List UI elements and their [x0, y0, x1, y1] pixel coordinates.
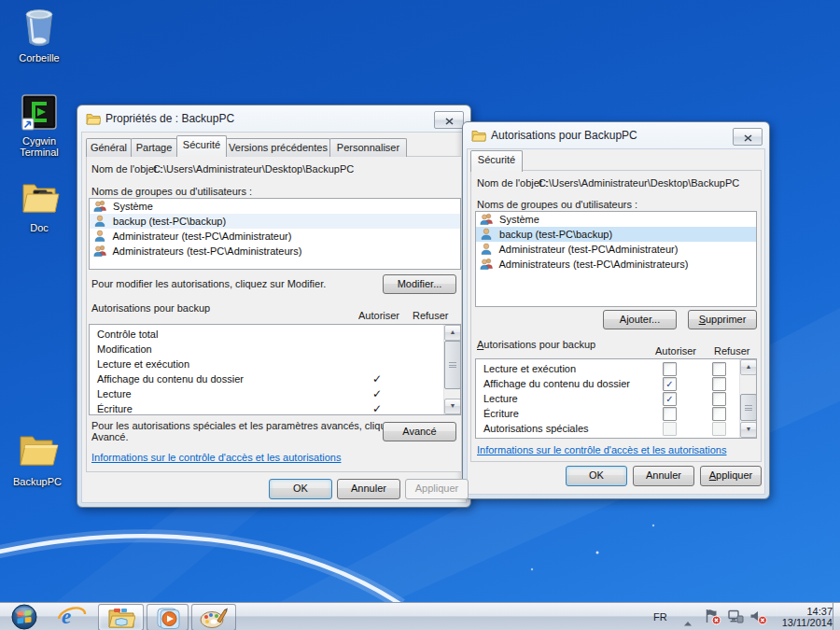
group-icon [93, 245, 106, 260]
scroll-down-icon[interactable]: ▼ [740, 422, 757, 438]
folder-explorer-icon [107, 607, 135, 629]
list-item-backup[interactable]: backup (test-PC\backup) [476, 227, 756, 242]
groups-users-list[interactable]: Système backup (test-PC\backup) Administ… [89, 198, 461, 270]
action-center-button[interactable] [704, 609, 721, 629]
tab-partage[interactable]: Partage [131, 138, 177, 157]
access-control-info-link[interactable]: Informations sur le contrôle d'accès et … [91, 452, 341, 463]
permission-row: Autorisations spéciales [476, 421, 739, 436]
scrollbar[interactable]: ▲ ▼ [443, 325, 460, 414]
desktop-icon-cygwin-terminal[interactable]: Cygwin Terminal [6, 91, 73, 160]
desktop-icon-doc[interactable]: Doc [6, 175, 73, 235]
list-item-administrateur[interactable]: Administrateur (test-PC\Administrateur) [90, 229, 460, 244]
groups-users-label: Noms de groupes ou d'utilisateurs : [91, 186, 252, 197]
deny-checkbox[interactable] [712, 377, 726, 391]
permission-row: Écriture✓ [90, 401, 443, 415]
allow-checkbox[interactable] [663, 362, 677, 376]
desktop-icon-corbeille[interactable]: Corbeille [6, 6, 73, 65]
permissions-client-area: Sécurité Nom de l'objet : C:\Users\Admin… [467, 148, 765, 495]
tab-versions-precedentes[interactable]: Versions précédentes [226, 138, 330, 157]
deny-checkbox[interactable] [712, 362, 726, 376]
deny-checkbox[interactable] [712, 392, 726, 406]
cygwin-terminal-icon [6, 91, 73, 134]
apply-button[interactable]: Appliquer [700, 466, 762, 486]
allow-checkbox[interactable] [663, 422, 677, 436]
ok-button[interactable]: OK [566, 466, 627, 486]
allow-checkbox[interactable]: ✓ [663, 377, 677, 391]
list-item-administrateurs[interactable]: Administrateurs (test-PC\Administrateurs… [476, 257, 756, 272]
tab-securite[interactable]: Sécurité [470, 150, 523, 172]
tray-date: 13/11/2014 [782, 617, 833, 628]
show-hidden-icons-button[interactable] [682, 614, 693, 630]
volume-muted-icon [749, 609, 768, 625]
permissions-window: Autorisations pour BackupPC Sécurité Nom… [462, 121, 770, 499]
chevron-up-icon [682, 620, 693, 627]
permissions-titlebar[interactable]: Autorisations pour BackupPC [463, 122, 769, 148]
permission-row: Affichage du contenu du dossier ✓ [476, 376, 739, 391]
permissions-for-label: Autorisations pour backup [91, 302, 210, 314]
scroll-down-icon[interactable]: ▼ [444, 399, 461, 414]
list-item-systeme[interactable]: Système [90, 199, 460, 214]
close-button[interactable] [733, 128, 763, 146]
object-path: C:\Users\Administrateur\Desktop\BackupPC [539, 177, 739, 189]
tab-securite[interactable]: Sécurité [176, 135, 227, 157]
modify-button[interactable]: Modifier... [383, 274, 456, 294]
close-icon [445, 118, 454, 125]
desktop-icon-label: Doc [30, 222, 49, 233]
close-button[interactable] [434, 111, 464, 129]
properties-client-area: Général Partage Sécurité Versions précéd… [81, 132, 467, 503]
allow-check: ✓ [372, 371, 382, 386]
explorer-taskbar-button[interactable] [98, 604, 144, 630]
scroll-up-icon[interactable]: ▲ [444, 325, 461, 341]
deny-checkbox[interactable] [712, 422, 726, 436]
deny-column-header: Refuser [714, 345, 750, 357]
cancel-button[interactable]: Annuler [337, 479, 400, 499]
language-indicator[interactable]: FR [653, 611, 667, 623]
remove-button[interactable]: Supprimer [688, 310, 757, 329]
tray-time: 14:37 [806, 606, 833, 617]
desktop-icon-backuppc[interactable]: BackupPC [4, 429, 71, 489]
paint-icon [199, 606, 229, 630]
deny-checkbox[interactable] [712, 407, 726, 421]
scroll-up-icon[interactable]: ▲ [740, 359, 757, 375]
permission-row: Affichage du contenu du dossier✓ [90, 371, 443, 386]
volume-button[interactable] [749, 609, 768, 629]
list-item-administrateur[interactable]: Administrateur (test-PC\Administrateur) [476, 242, 756, 257]
list-item-backup[interactable]: backup (test-PC\backup) [90, 214, 460, 229]
internet-explorer-button[interactable]: e [54, 604, 90, 630]
scrollbar-thumb[interactable] [444, 341, 461, 389]
show-desktop-button[interactable] [833, 603, 840, 630]
groups-users-list[interactable]: Système backup (test-PC\backup) Administ… [475, 211, 757, 307]
list-item-administrateurs[interactable]: Administrateurs (test-PC\Administrateurs… [90, 244, 460, 259]
tab-general[interactable]: Général [86, 138, 132, 157]
recycle-bin-icon [6, 6, 73, 49]
permissions-list[interactable]: Contrôle total Modification Lecture et e… [89, 324, 461, 415]
allow-checkbox[interactable] [663, 407, 677, 421]
scrollbar[interactable]: ▲ ▼ [739, 359, 756, 438]
apply-button[interactable]: Appliquer [405, 479, 469, 499]
media-player-icon [155, 607, 181, 629]
add-button[interactable]: Ajouter... [603, 310, 677, 329]
allow-checkbox[interactable]: ✓ [663, 392, 677, 406]
access-control-info-link[interactable]: Informations sur le contrôle d'accès et … [477, 444, 726, 455]
media-player-taskbar-button[interactable] [147, 604, 189, 630]
cancel-button[interactable]: Annuler [633, 466, 694, 486]
advanced-button[interactable]: Avancé [383, 422, 456, 441]
advanced-hint-line2: Avancé. [91, 431, 129, 442]
allow-check: ✓ [372, 386, 382, 401]
paint-taskbar-button[interactable] [191, 604, 236, 630]
close-icon [744, 134, 752, 142]
properties-titlebar[interactable]: Propriétés de : BackupPC [77, 105, 470, 132]
start-button[interactable] [7, 604, 42, 630]
permissions-checklist[interactable]: Lecture et exécution Affichage du conten… [475, 358, 757, 439]
modify-hint: Pour modifier les autorisations, cliquez… [91, 278, 326, 289]
tab-personnaliser[interactable]: Personnaliser [329, 138, 407, 157]
desktop-icon-label: Corbeille [19, 52, 59, 63]
network-button[interactable] [727, 609, 744, 628]
ok-button[interactable]: OK [269, 479, 332, 499]
permission-row: Lecture et exécution [476, 361, 739, 376]
list-item-systeme[interactable]: Système [476, 212, 756, 227]
scrollbar-thumb[interactable] [740, 394, 757, 421]
clock[interactable]: 14:37 13/11/2014 [767, 606, 833, 628]
allow-column-header: Autoriser [358, 310, 399, 321]
object-name-label: Nom de l'objet : [91, 163, 162, 175]
